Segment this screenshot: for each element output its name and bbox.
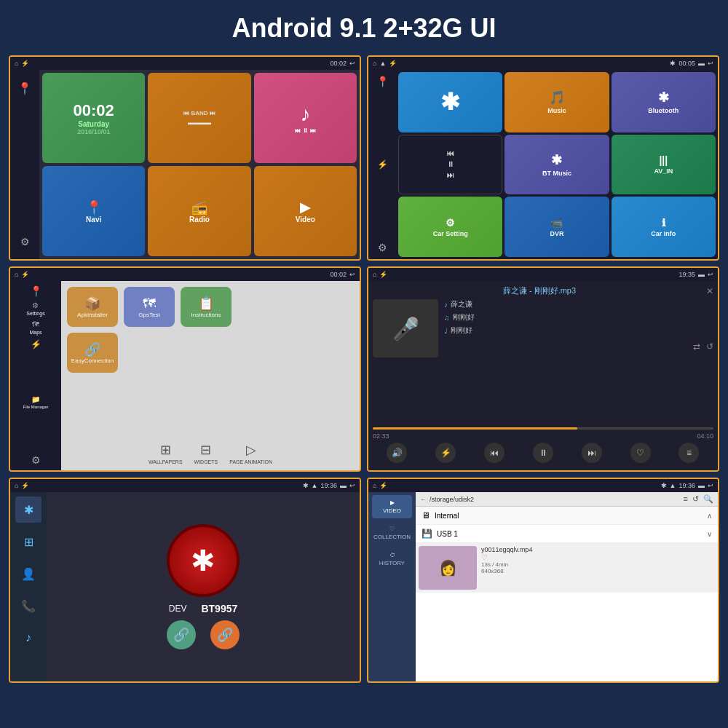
bt-connect-btn[interactable]: 🔗 (167, 620, 196, 649)
expand-icon-internal[interactable]: ∧ (707, 512, 712, 520)
file-heart[interactable]: ♡ (481, 553, 532, 561)
progress-bar[interactable] (373, 427, 713, 430)
back-icon-6[interactable]: ↩ (708, 482, 713, 489)
music-main-tile[interactable]: 🎵 Music (505, 72, 609, 132)
settings-icon-m[interactable]: ⚙ (378, 242, 387, 253)
clock-time: 00:02 (74, 101, 114, 120)
settings-sidebar-item[interactable]: ⚙ Settings (26, 301, 44, 316)
car-setting-tile[interactable]: ⚙ Car Setting (398, 197, 502, 257)
file-thumbnail[interactable]: 👩 (419, 546, 477, 590)
car-info-label: Car Info (651, 230, 676, 237)
usb-icon-5: ⚡ (21, 482, 29, 489)
video-nav[interactable]: ▶ VIDEO (372, 495, 412, 518)
back-icon-3[interactable]: ↩ (708, 60, 713, 67)
equalizer-btn[interactable]: ⚡ (435, 443, 456, 463)
heart-btn[interactable]: ♡ (630, 443, 651, 463)
music-body: 薛之谦 - 刚刚好.mp3 ✕ 🎤 ♪ 薛之谦 ♫ 刚刚好 (368, 281, 718, 470)
video-nav-icon: ▶ (390, 499, 395, 506)
settings-icon-2[interactable]: ⚙ (31, 454, 41, 466)
status-bar-2: ⌂ ⚡ 00:02 ↩ (10, 268, 360, 281)
internal-folder[interactable]: 🖥 Internal ∧ (416, 507, 718, 525)
volume-btn[interactable]: 🔊 (387, 443, 407, 463)
wifi-icon-3: ▲ (379, 60, 386, 67)
clock-tile[interactable]: 00:02 Saturday 2016/10/01 (42, 73, 145, 163)
bluetooth-label: Bluetooth (648, 107, 678, 114)
back-icon-1[interactable]: ↩ (349, 60, 355, 67)
battery-5: ▬ (340, 482, 347, 489)
status-bar-5: ⌂ ⚡ ✱ ▲ 19:36 ▬ ↩ (10, 479, 360, 492)
refresh-icon[interactable]: ↺ (692, 494, 699, 504)
prev-btn[interactable]: ⏮ (484, 443, 505, 463)
media-ctrl-tile[interactable]: ⏮ ⏸ ⏭ (398, 135, 502, 195)
back-file-icon[interactable]: ← (420, 496, 427, 503)
settings-icon-1[interactable]: ⚙ (20, 236, 30, 248)
music-content: 🎤 ♪ 薛之谦 ♫ 刚刚好 ♩ 刚刚好 (373, 299, 713, 424)
dvr-tile[interactable]: 📹 DVR (505, 197, 609, 257)
main-title: Android 9.1 2+32G UI (0, 0, 728, 51)
playlist-btn[interactable]: ≡ (678, 443, 699, 463)
shuffle-icon[interactable]: ⇄ (693, 341, 700, 352)
signal-icon-4: ⚡ (379, 271, 387, 278)
screen-main-menu: ⌂ ▲ ⚡ ✱ 00:05 ▬ ↩ 📍 ⚡ ⚙ (367, 55, 719, 261)
wallpapers-btn[interactable]: ⊞ WALLPAPERS (149, 442, 183, 464)
bt-body: ✱ ⊞ 👤 📞 ♪ ✱ DEV BT9957 🔗 🔗 (10, 492, 360, 681)
file-body: ▶ VIDEO ♡ COLLECTION ⏱ HISTORY ← (368, 492, 718, 681)
video-tile[interactable]: ▶ Video (254, 166, 357, 256)
maps-sidebar-item[interactable]: 🗺 Maps (29, 320, 41, 335)
home-sidebar: 📍 ⚙ (10, 70, 39, 259)
collection-nav[interactable]: ♡ COLLECTION (372, 521, 412, 545)
music-controls: 🔊 ⚡ ⏮ ⏸ ⏭ ♡ ≡ (373, 440, 713, 466)
navi-tile[interactable]: 📍 Navi (42, 166, 145, 256)
bt-disconnect-btn[interactable]: 🔗 (210, 620, 240, 649)
radio-tile-top[interactable]: ⏮ BAND ⏭ ▬▬▬▬ (148, 73, 250, 163)
bt-music-label: BT Music (542, 170, 571, 177)
play-pause-btn[interactable]: ⏸ (533, 443, 553, 463)
repeat-icon[interactable]: ↺ (706, 341, 713, 352)
bt-sidebar-dial[interactable]: ⊞ (15, 529, 41, 555)
bt-button[interactable]: ✱ (167, 524, 240, 597)
av-in-tile[interactable]: ||| AV_IN (612, 135, 716, 195)
back-icon-5[interactable]: ↩ (349, 482, 355, 489)
expand-icon-usb[interactable]: ∨ (707, 530, 712, 538)
navi-icon: 📍 (86, 199, 102, 215)
close-icon-music[interactable]: ✕ (706, 286, 713, 296)
back-icon-2[interactable]: ↩ (349, 271, 355, 278)
bluetooth-main-tile[interactable]: ✱ (398, 72, 502, 132)
music-info: ♪ 薛之谦 ♫ 刚刚好 ♩ 刚刚好 ⇄ ↺ (444, 299, 713, 424)
history-nav-label: HISTORY (379, 560, 405, 566)
apk-installer-icon[interactable]: 📦 ApkInstaller (67, 287, 118, 327)
collection-nav-label: COLLECTION (373, 534, 411, 540)
page-animation-btn[interactable]: ▷ PAGE ANIMATION (229, 442, 272, 464)
time-4: 19:35 (678, 271, 695, 278)
usb1-folder[interactable]: 💾 USB 1 ∨ (416, 525, 718, 543)
av-label: AV_IN (654, 167, 673, 175)
back-icon-4[interactable]: ↩ (708, 271, 713, 278)
clock-day: Saturday (78, 120, 109, 128)
bt-music-tile[interactable]: ✱ BT Music (505, 135, 609, 195)
bt-sidebar-bt[interactable]: ✱ (15, 496, 41, 523)
dvr-label: DVR (550, 230, 563, 237)
next-btn[interactable]: ⏭ (582, 443, 602, 463)
car-setting-label: Car Setting (433, 230, 468, 237)
sort-icon[interactable]: ≡ (684, 494, 688, 504)
screen-home: ⌂ ⚡ 00:02 ↩ 📍 ⚙ 00:02 (9, 55, 361, 261)
radio-tile[interactable]: 📻 Radio (148, 166, 250, 256)
music-tile-top[interactable]: ♪ ⏮ ⏸ ⏭ (254, 73, 357, 163)
bt-sidebar-music[interactable]: ♪ (15, 625, 41, 651)
location-icon-1: 📍 (17, 82, 32, 95)
filemanager-sidebar-item[interactable]: 📁 File Manager (23, 395, 48, 409)
home-body: 📍 ⚙ 00:02 Saturday 2016/10/01 ⏮ BAND ⏭ ▬… (10, 70, 360, 259)
widgets-btn[interactable]: ⊟ WIDGETS (194, 442, 218, 464)
main-menu-body: 📍 ⚡ ⚙ ✱ 🎵 Music ✱ Bluetoo (368, 70, 718, 259)
time-5: 19:36 (320, 482, 337, 489)
bt-sidebar-contacts[interactable]: 👤 (15, 561, 41, 587)
gps-test-icon[interactable]: 🗺 GpsTest (124, 287, 175, 327)
bt-sidebar-call[interactable]: 📞 (15, 593, 41, 619)
search-icon[interactable]: 🔍 (703, 494, 713, 504)
car-info-tile[interactable]: ℹ Car Info (612, 197, 716, 257)
easy-connection-icon[interactable]: 🔗 EasyConnection (67, 333, 118, 373)
history-nav[interactable]: ⏱ HISTORY (372, 547, 412, 571)
screen-grid: ⌂ ⚡ 00:02 ↩ 📍 ⚙ 00:02 (0, 51, 728, 692)
instructions-icon[interactable]: 📋 Instructions (181, 287, 232, 327)
bluetooth-tile[interactable]: ✱ Bluetooth (612, 72, 716, 132)
